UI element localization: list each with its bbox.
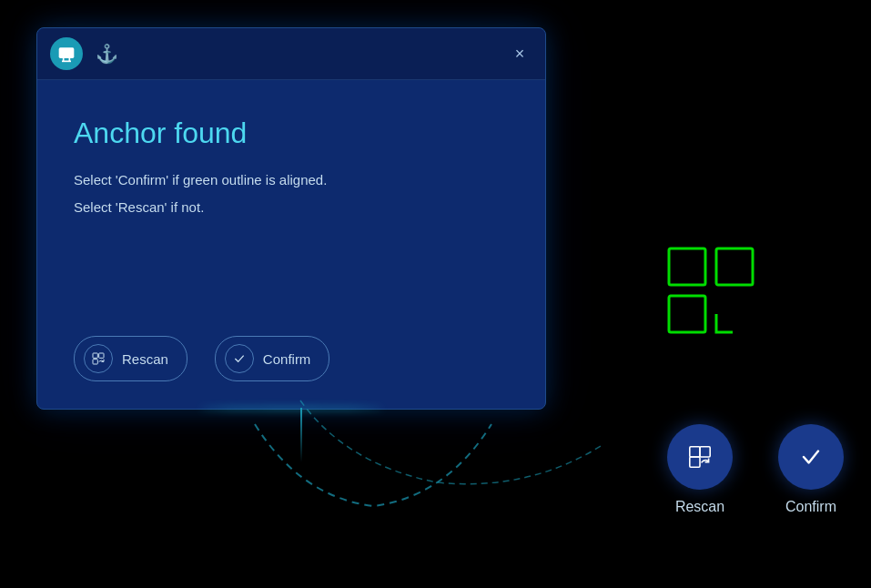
panel-rescan-label: Rescan (122, 351, 168, 367)
svg-rect-12 (690, 457, 700, 467)
bottom-buttons: Rescan Confirm (667, 424, 844, 515)
svg-rect-9 (669, 296, 705, 332)
dashed-arc (228, 406, 519, 515)
svg-rect-6 (93, 360, 97, 364)
panel-screen-icon-button[interactable] (50, 37, 83, 70)
screen-icon (57, 45, 76, 63)
panel-description-line2: Select 'Rescan' if not. (74, 196, 509, 219)
rescan-button-group: Rescan (667, 424, 733, 515)
svg-rect-7 (669, 248, 705, 285)
rescan-icon (91, 351, 106, 366)
panel-rescan-icon-circle (84, 344, 113, 373)
panel-confirm-icon-circle (225, 344, 254, 373)
panel-rescan-button[interactable]: Rescan (74, 336, 187, 381)
confirm-big-icon (796, 442, 825, 471)
svg-rect-4 (93, 353, 97, 358)
confirm-button-group: Confirm (778, 424, 844, 515)
panel-titlebar: ⚓ × (37, 28, 545, 80)
svg-rect-11 (700, 447, 710, 457)
rescan-big-button[interactable] (667, 424, 733, 490)
anchor-grid (662, 241, 762, 341)
rescan-big-icon (685, 442, 714, 471)
panel-confirm-label: Confirm (263, 351, 311, 367)
panel-confirm-button[interactable]: Confirm (215, 336, 330, 381)
anchor-found-panel: ⚓ × Anchor found Select 'Confirm' if gre… (36, 27, 546, 410)
svg-rect-0 (59, 47, 75, 58)
confirm-big-button[interactable] (778, 424, 844, 490)
rescan-big-label: Rescan (675, 499, 724, 515)
anchor-icon: ⚓ (96, 43, 118, 65)
confirm-check-icon (232, 351, 247, 366)
panel-body: Anchor found Select 'Confirm' if green o… (37, 80, 545, 318)
panel-description-line1: Select 'Confirm' if green outline is ali… (74, 168, 509, 192)
svg-rect-10 (690, 447, 700, 457)
svg-rect-5 (99, 353, 104, 358)
svg-rect-8 (716, 248, 753, 285)
panel-title: Anchor found (74, 117, 509, 150)
close-button[interactable]: × (507, 41, 532, 66)
panel-actions: Rescan Confirm (37, 318, 545, 409)
confirm-big-label: Confirm (785, 499, 836, 515)
